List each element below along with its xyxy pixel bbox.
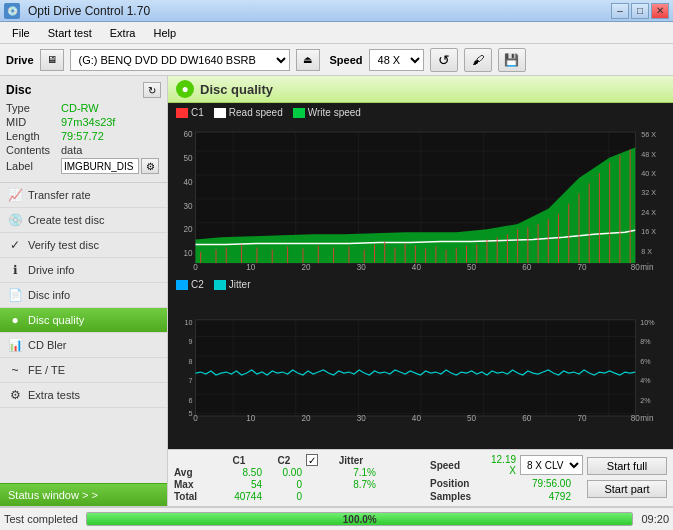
- eject-button[interactable]: ⏏: [296, 49, 320, 71]
- minimize-button[interactable]: –: [611, 3, 629, 19]
- svg-text:56 X: 56 X: [641, 131, 656, 139]
- drivebar: Drive 🖥 (G:) BENQ DVD DD DW1640 BSRB ⏏ S…: [0, 44, 673, 76]
- svg-text:20: 20: [301, 414, 311, 423]
- svg-text:4%: 4%: [640, 377, 651, 385]
- disc-label-input[interactable]: [61, 158, 139, 174]
- disc-refresh-button[interactable]: ↻: [143, 82, 161, 98]
- upper-chart-svg: 60 50 40 30 20 10 56 X 48 X 40 X 32 X 24…: [170, 120, 671, 277]
- start-part-button[interactable]: Start part: [587, 480, 667, 498]
- disc-header: Disc: [6, 83, 31, 97]
- disc-contents-label: Contents: [6, 144, 61, 156]
- disc-mid-value: 97m34s23f: [61, 116, 161, 128]
- status-time: 09:20: [641, 513, 669, 525]
- svg-text:48 X: 48 X: [641, 151, 656, 159]
- status-window-button[interactable]: Status window > >: [0, 483, 167, 506]
- disc-label-button[interactable]: ⚙: [141, 158, 159, 174]
- clv-select[interactable]: 8 X CLV: [520, 455, 583, 475]
- avg-c2: 0.00: [266, 467, 302, 478]
- col-jitter-header: Jitter: [326, 455, 376, 466]
- sidebar-item-disc-quality[interactable]: ● Disc quality: [0, 308, 167, 333]
- svg-text:6%: 6%: [640, 358, 651, 366]
- app-title: Opti Drive Control 1.70: [28, 4, 150, 18]
- menu-start-test[interactable]: Start test: [40, 25, 100, 41]
- charts-container: C1 Read speed Write speed: [168, 103, 673, 506]
- svg-text:min: min: [640, 263, 653, 272]
- svg-text:0: 0: [193, 414, 198, 423]
- svg-text:10: 10: [185, 319, 193, 327]
- menu-file[interactable]: File: [4, 25, 38, 41]
- close-button[interactable]: ✕: [651, 3, 669, 19]
- menu-extra[interactable]: Extra: [102, 25, 144, 41]
- drive-select[interactable]: (G:) BENQ DVD DD DW1640 BSRB: [70, 49, 290, 71]
- svg-text:70: 70: [578, 263, 588, 272]
- legend-c1: C1: [176, 107, 204, 118]
- max-label: Max: [174, 479, 212, 490]
- svg-text:20: 20: [301, 263, 311, 272]
- app-icon: 💿: [4, 3, 20, 19]
- create-test-disc-icon: 💿: [8, 213, 22, 227]
- erase-button[interactable]: 🖌: [464, 48, 492, 72]
- position-label: Position: [430, 478, 485, 489]
- refresh-button[interactable]: ↺: [430, 48, 458, 72]
- disc-mid-label: MID: [6, 116, 61, 128]
- menu-help[interactable]: Help: [145, 25, 184, 41]
- svg-text:50: 50: [467, 414, 477, 423]
- avg-c1: 8.50: [216, 467, 262, 478]
- legend-jitter-box: [214, 280, 226, 290]
- disc-quality-icon-badge: ●: [176, 80, 194, 98]
- speed-select[interactable]: 48 X: [369, 49, 424, 71]
- progress-bar: [87, 513, 632, 525]
- svg-text:5: 5: [189, 410, 193, 418]
- svg-text:10: 10: [246, 263, 256, 272]
- lower-legend: C2 Jitter: [168, 277, 673, 292]
- svg-text:50: 50: [467, 263, 477, 272]
- status-text: Test completed: [4, 513, 78, 525]
- jitter-checkbox[interactable]: ✓: [306, 454, 318, 466]
- sidebar-item-fe-te[interactable]: ~ FE / TE: [0, 358, 167, 383]
- sidebar-item-disc-info[interactable]: 📄 Disc info: [0, 283, 167, 308]
- nav-label-verify-test-disc: Verify test disc: [28, 239, 99, 251]
- legend-read-speed-box: [214, 108, 226, 118]
- svg-text:10%: 10%: [640, 319, 655, 327]
- progress-wrapper: 100.0%: [86, 512, 633, 526]
- svg-text:30: 30: [183, 202, 193, 211]
- svg-text:40: 40: [412, 414, 422, 423]
- sidebar-item-create-test-disc[interactable]: 💿 Create test disc: [0, 208, 167, 233]
- disc-quality-title: Disc quality: [200, 82, 273, 97]
- legend-jitter-label: Jitter: [229, 279, 251, 290]
- sidebar-item-drive-info[interactable]: ℹ Drive info: [0, 258, 167, 283]
- svg-text:10: 10: [183, 249, 193, 258]
- start-full-button[interactable]: Start full: [587, 457, 667, 475]
- svg-text:8: 8: [189, 358, 193, 366]
- nav-label-disc-info: Disc info: [28, 289, 70, 301]
- drive-label: Drive: [6, 54, 34, 66]
- max-c2: 0: [266, 479, 302, 490]
- sidebar-item-verify-test-disc[interactable]: ✓ Verify test disc: [0, 233, 167, 258]
- nav-label-drive-info: Drive info: [28, 264, 74, 276]
- save-button[interactable]: 💾: [498, 48, 526, 72]
- legend-c2: C2: [176, 279, 204, 290]
- sidebar-item-cd-bler[interactable]: 📊 CD Bler: [0, 333, 167, 358]
- svg-text:0: 0: [193, 263, 198, 272]
- avg-jitter: 7.1%: [326, 467, 376, 478]
- speed-label: Speed: [430, 460, 485, 471]
- main-container: Disc ↻ Type CD-RW MID 97m34s23f Length 7…: [0, 76, 673, 506]
- svg-text:16 X: 16 X: [641, 228, 656, 236]
- content-area: ● Disc quality C1 Read speed Write speed: [168, 76, 673, 506]
- drive-icon: 🖥: [40, 49, 64, 71]
- progress-bar-container: [86, 512, 633, 526]
- maximize-button[interactable]: □: [631, 3, 649, 19]
- legend-read-speed: Read speed: [214, 107, 283, 118]
- svg-text:9: 9: [189, 338, 193, 346]
- disc-label-label: Label: [6, 160, 61, 172]
- nav-label-cd-bler: CD Bler: [28, 339, 67, 351]
- nav-label-disc-quality: Disc quality: [28, 314, 84, 326]
- svg-text:10: 10: [246, 414, 256, 423]
- col-c2-header: C2: [266, 455, 302, 466]
- sidebar-item-extra-tests[interactable]: ⚙ Extra tests: [0, 383, 167, 408]
- disc-info-icon: 📄: [8, 288, 22, 302]
- svg-text:20: 20: [183, 225, 193, 234]
- svg-text:2%: 2%: [640, 397, 651, 405]
- legend-c1-label: C1: [191, 107, 204, 118]
- sidebar-item-transfer-rate[interactable]: 📈 Transfer rate: [0, 183, 167, 208]
